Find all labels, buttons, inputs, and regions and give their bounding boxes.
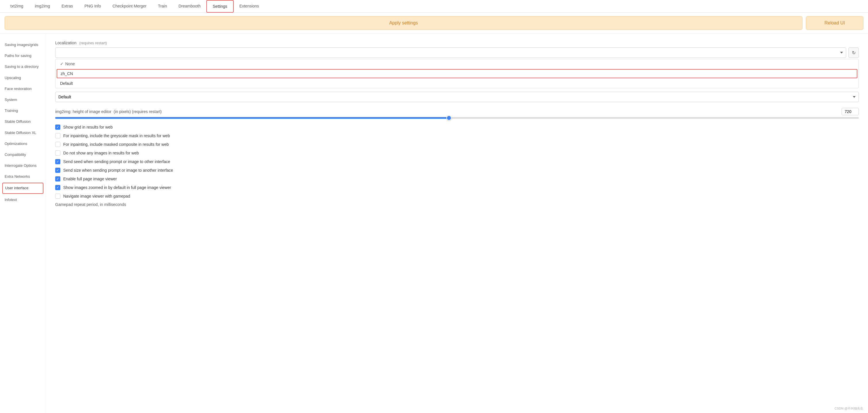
- slider-thumb[interactable]: [446, 115, 452, 120]
- checkbox-row-no-images-web: Do not show any images in results for we…: [55, 150, 859, 156]
- img2img-height-section: img2img: height of image editor (in pixe…: [55, 108, 859, 119]
- sidebar-item-interrogate-options[interactable]: Interrogate Options: [0, 160, 46, 171]
- checkbox-inpainting-composite[interactable]: [55, 142, 60, 147]
- localization-dropdown-list: ✓None zh_CN Default: [55, 59, 859, 88]
- action-bar: Apply settings Reload UI: [0, 13, 868, 34]
- sidebar-item-system[interactable]: System: [0, 94, 46, 105]
- slider-track[interactable]: [55, 117, 859, 119]
- tab-txt2img[interactable]: txt2img: [5, 0, 29, 12]
- sidebar-item-optimizations[interactable]: Optimizations: [0, 138, 46, 149]
- checkbox-row-full-page-viewer: Enable full page image viewer: [55, 176, 859, 181]
- checkboxes-section: Show grid in results for web For inpaint…: [55, 124, 859, 199]
- slider-label-row: img2img: height of image editor (in pixe…: [55, 108, 859, 115]
- top-nav: txt2img img2img Extras PNG Info Checkpoi…: [0, 0, 868, 13]
- checkbox-zoomed-default[interactable]: [55, 185, 60, 190]
- tab-extras[interactable]: Extras: [56, 0, 79, 12]
- sidebar-item-stable-diffusion[interactable]: Stable Diffusion: [0, 116, 46, 127]
- checkbox-row-send-seed: Send seed when sending prompt or image t…: [55, 159, 859, 164]
- localization-section: Localization (requires restart) ↻ ✓None …: [55, 40, 859, 102]
- localization-dropdown-row: ↻: [55, 48, 859, 58]
- option-default[interactable]: Default: [56, 79, 859, 88]
- localization-refresh-button[interactable]: ↻: [848, 48, 859, 58]
- watermark: CSDN @不叫猫先生: [835, 406, 863, 411]
- tab-dreambooth[interactable]: Dreambooth: [173, 0, 206, 12]
- sidebar-item-user-interface[interactable]: User interface: [2, 183, 43, 194]
- gamepad-period-label: Gamepad repeat period, in milliseconds: [55, 202, 859, 207]
- checkbox-row-zoomed-default: Show images zoomed in by default in full…: [55, 185, 859, 190]
- sidebar-item-saving-images[interactable]: Saving images/grids: [0, 39, 46, 50]
- slider-label: img2img: height of image editor (in pixe…: [55, 109, 161, 114]
- content-area: Localization (requires restart) ↻ ✓None …: [46, 34, 868, 413]
- apply-settings-button[interactable]: Apply settings: [5, 16, 803, 30]
- checkbox-label-send-size: Send size when sending prompt or image t…: [63, 168, 173, 173]
- checkbox-label-inpainting-composite: For inpainting, include masked composite…: [63, 142, 169, 147]
- option-none[interactable]: ✓None: [56, 59, 859, 68]
- sidebar-item-stable-diffusion-xl[interactable]: Stable Diffusion XL: [0, 127, 46, 138]
- option-zh-cn[interactable]: zh_CN: [57, 69, 857, 78]
- checkbox-no-images-web[interactable]: [55, 150, 60, 156]
- checkbox-label-zoomed-default: Show images zoomed in by default in full…: [63, 185, 171, 190]
- checkbox-inpainting-greyscale[interactable]: [55, 133, 60, 138]
- tab-extensions[interactable]: Extensions: [234, 0, 265, 12]
- tab-train[interactable]: Train: [152, 0, 173, 12]
- sidebar-item-upscaling[interactable]: Upscaling: [0, 72, 46, 83]
- checkbox-show-grid-web[interactable]: [55, 124, 60, 130]
- sidebar-item-training[interactable]: Training: [0, 105, 46, 116]
- checkbox-row-inpainting-greyscale: For inpainting, include the greyscale ma…: [55, 133, 859, 138]
- checkbox-label-show-grid-web: Show grid in results for web: [63, 125, 113, 129]
- checkbox-row-send-size: Send size when sending prompt or image t…: [55, 168, 859, 173]
- checkbox-row-gamepad-nav: Navigate image viewer with gamepad: [55, 194, 859, 199]
- checkbox-label-gamepad-nav: Navigate image viewer with gamepad: [63, 194, 130, 199]
- default-select[interactable]: Default: [55, 92, 859, 102]
- tab-settings[interactable]: Settings: [206, 0, 234, 13]
- checkbox-send-size[interactable]: [55, 168, 60, 173]
- sidebar-item-compatibility[interactable]: Compatibility: [0, 149, 46, 160]
- sidebar-item-saving-to-directory[interactable]: Saving to a directory: [0, 61, 46, 72]
- checkbox-full-page-viewer[interactable]: [55, 176, 60, 181]
- reload-ui-button[interactable]: Reload UI: [806, 16, 863, 30]
- sidebar-item-infotext[interactable]: Infotext: [0, 195, 46, 205]
- checkbox-label-send-seed: Send seed when sending prompt or image t…: [63, 159, 170, 164]
- slider-value-input[interactable]: [842, 108, 859, 115]
- checkbox-send-seed[interactable]: [55, 159, 60, 164]
- checkbox-label-inpainting-greyscale: For inpainting, include the greyscale ma…: [63, 134, 170, 138]
- slider-fill: [55, 117, 449, 119]
- checkbox-label-full-page-viewer: Enable full page image viewer: [63, 177, 117, 181]
- tab-png-info[interactable]: PNG Info: [79, 0, 107, 12]
- checkbox-label-no-images-web: Do not show any images in results for we…: [63, 151, 139, 155]
- checkbox-gamepad-nav[interactable]: [55, 194, 60, 199]
- checkbox-row-show-grid-web: Show grid in results for web: [55, 124, 859, 130]
- tab-img2img[interactable]: img2img: [29, 0, 56, 12]
- main-layout: Saving images/grids Paths for saving Sav…: [0, 34, 868, 413]
- localization-select[interactable]: [55, 48, 846, 58]
- default-dropdown-row: Default: [55, 92, 859, 102]
- sidebar-item-paths-for-saving[interactable]: Paths for saving: [0, 50, 46, 61]
- sidebar-item-extra-networks[interactable]: Extra Networks: [0, 171, 46, 182]
- sidebar-item-face-restoration[interactable]: Face restoration: [0, 83, 46, 94]
- checkbox-row-inpainting-composite: For inpainting, include masked composite…: [55, 142, 859, 147]
- sidebar: Saving images/grids Paths for saving Sav…: [0, 34, 46, 413]
- tab-checkpoint-merger[interactable]: Checkpoint Merger: [106, 0, 152, 12]
- localization-label: Localization (requires restart): [55, 40, 859, 45]
